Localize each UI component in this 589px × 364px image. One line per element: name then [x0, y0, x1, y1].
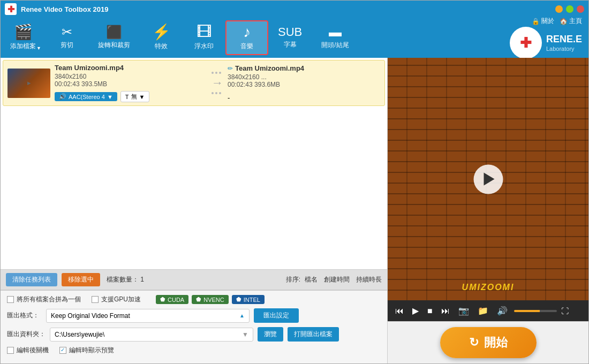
output-info: ✏ Team Umizoomi.mp4 3840x2160 ... 00:02:… [228, 64, 380, 102]
format-dropdown-arrow: ▲ [239, 313, 245, 318]
shutdown-checkbox-item[interactable]: 編輯後關機 [7, 346, 49, 355]
cuda-icon: ⬟ [160, 296, 165, 303]
add-file-dropdown-icon: ▼ [36, 46, 41, 51]
file-duration: 00:02:43 [55, 80, 80, 88]
home-link[interactable]: 🏠 主頁 [560, 17, 582, 26]
folder-row: 匯出資料夾： C:\Users\yewujie\ ▼ 瀏覽 打開匯出檔案 [7, 327, 381, 342]
output-duration: 00:02:43 [228, 81, 253, 88]
sort-filename[interactable]: 檔名 [305, 275, 318, 284]
effects-label: 特效 [155, 42, 168, 51]
video-brand-overlay: UMIZOOMI [462, 283, 515, 292]
remove-selected-button[interactable]: 移除選中 [62, 273, 100, 286]
open-folder-control-button[interactable]: 📁 [475, 305, 490, 317]
start-icon: ↻ [469, 336, 479, 350]
start-button[interactable]: ↻ 開始 [440, 327, 537, 358]
output-settings: 將所有檔案合拼為一個 支援GPU加速 ⬟ CUDA ⬟ NVENC [1, 290, 387, 363]
brand-logo: ✚ [510, 27, 542, 59]
watermark-label: 浮水印 [194, 42, 214, 51]
cut-icon: ✂ [62, 26, 72, 39]
arrow-dots-1 [212, 72, 223, 74]
gpu-checkbox[interactable] [92, 296, 99, 303]
app-title: Renee Video Toolbox 2019 [21, 5, 109, 13]
merge-checkbox-item[interactable]: 將所有檔案合拼為一個 [7, 295, 81, 304]
output-resolution: 3840x2160 ... [228, 73, 380, 81]
subtitle-badge[interactable]: T 無 ▼ [120, 91, 150, 102]
output-size: 393.6MB [254, 81, 280, 88]
prev-button[interactable]: ⏮ [393, 305, 406, 317]
preview-checkbox-item[interactable]: 編輯時顯示預覽 [59, 346, 114, 355]
header-footer-icon: ▬ [329, 26, 342, 39]
subtitle-dropdown-arrow: ▼ [139, 94, 145, 100]
minimize-btn[interactable] [555, 5, 563, 13]
nvenc-icon: ⬟ [196, 296, 201, 303]
open-folder-button[interactable]: 打開匯出檔案 [288, 327, 339, 342]
header-links: 🔒 關於 🏠 主頁 [532, 17, 582, 26]
dot [219, 72, 221, 74]
dot [215, 72, 217, 74]
export-settings-button[interactable]: 匯出設定 [254, 308, 299, 323]
header-footer-label: 開頭/結尾 [321, 41, 349, 50]
start-label: 開始 [484, 335, 508, 351]
volume-button[interactable]: 🔊 [495, 305, 510, 317]
preview-checkbox[interactable] [59, 347, 66, 354]
volume-slider[interactable] [514, 310, 557, 312]
output-edit-dash: - [228, 94, 380, 102]
intel-icon: ⬟ [236, 296, 241, 303]
toolbar-cut[interactable]: ✂ 剪切 [46, 20, 88, 55]
toolbar-add-file[interactable]: 🎬 添加檔案 ▼ [1, 20, 46, 55]
brand-name-block: RENE.E Laboratory [546, 34, 582, 52]
audio-badge[interactable]: 🔊 AAC(Stereo 4 ▼ [55, 92, 117, 101]
screenshot-button[interactable]: 📷 [456, 305, 471, 317]
format-select[interactable]: Keep Original Video Format ▲ [46, 309, 250, 323]
folder-value: C:\Users\yewujie\ [55, 331, 104, 338]
toolbar-header-footer[interactable]: ▬ 開頭/結尾 [312, 20, 358, 55]
about-link[interactable]: 🔒 關於 [532, 17, 554, 26]
toolbar-watermark[interactable]: 🎞 浮水印 [183, 20, 225, 55]
gpu-checkbox-item[interactable]: 支援GPU加速 [92, 295, 141, 304]
sort-duration[interactable]: 持續時長 [356, 275, 382, 284]
stop-button[interactable]: ■ [425, 305, 435, 317]
dot [212, 72, 214, 74]
toolbar-rotate-crop[interactable]: ⬛ 旋轉和裁剪 [88, 20, 140, 55]
cut-label: 剪切 [61, 41, 73, 50]
toolbar-music[interactable]: ♪ 音樂 [225, 20, 268, 55]
browse-button[interactable]: 瀏覽 [258, 327, 283, 342]
arrow-right: → [212, 72, 223, 94]
right-panel: UMIZOOMI ⏮ ▶ ■ ⏭ 📷 📁 🔊 ⛶ ↻ 開始 [388, 58, 588, 363]
play-button[interactable] [473, 164, 503, 194]
play-control-button[interactable]: ▶ [410, 305, 421, 317]
start-area: ↻ 開始 [388, 321, 588, 363]
settings-checkboxes-row: 將所有檔案合拼為一個 支援GPU加速 ⬟ CUDA ⬟ NVENC [7, 295, 381, 304]
maximize-btn[interactable] [566, 5, 573, 13]
arrow-dots-2 [212, 92, 223, 94]
file-size: 393.5MB [81, 80, 107, 88]
shutdown-checkbox[interactable] [7, 347, 14, 354]
add-file-icon: 🎬 [14, 25, 33, 40]
speaker-icon: 🔊 [59, 93, 66, 100]
dot [212, 92, 214, 94]
output-duration-size: 00:02:43 393.6MB [228, 81, 380, 88]
audio-track-label: AAC(Stereo 4 [69, 94, 105, 100]
next-button[interactable]: ⏭ [439, 305, 452, 317]
play-icon [484, 173, 495, 186]
bottom-checkboxes-row: 編輯後關機 編輯時顯示預覽 [7, 346, 381, 355]
subtitle-icon: SUB [278, 26, 302, 38]
clear-list-button[interactable]: 清除任務列表 [6, 273, 57, 286]
sort-label: 排序: [286, 275, 300, 284]
title-bar: ✚ Renee Video Toolbox 2019 [1, 1, 588, 18]
app-logo: ✚ [5, 3, 17, 15]
app-window: ✚ Renee Video Toolbox 2019 🎬 添加檔案 ▼ ✂ 剪切… [0, 0, 589, 364]
toolbar-subtitle[interactable]: SUB 字幕 [268, 20, 312, 55]
format-label: 匯出格式： [7, 311, 42, 320]
brand-name: RENE.E [546, 34, 582, 46]
gpu-label: 支援GPU加速 [101, 295, 141, 304]
sort-created[interactable]: 創建時間 [324, 275, 350, 284]
file-name: Team Umizoomi.mp4 [55, 64, 207, 72]
folder-input[interactable]: C:\Users\yewujie\ ▼ [50, 328, 253, 342]
subtitle-label: 無 [131, 93, 137, 101]
video-brand-text: UMIZOOMI [462, 283, 515, 292]
close-btn[interactable] [577, 5, 584, 13]
merge-checkbox[interactable] [7, 296, 14, 303]
fullscreen-button[interactable]: ⛶ [561, 307, 569, 315]
toolbar-effects[interactable]: ⚡ 特效 [140, 20, 183, 55]
